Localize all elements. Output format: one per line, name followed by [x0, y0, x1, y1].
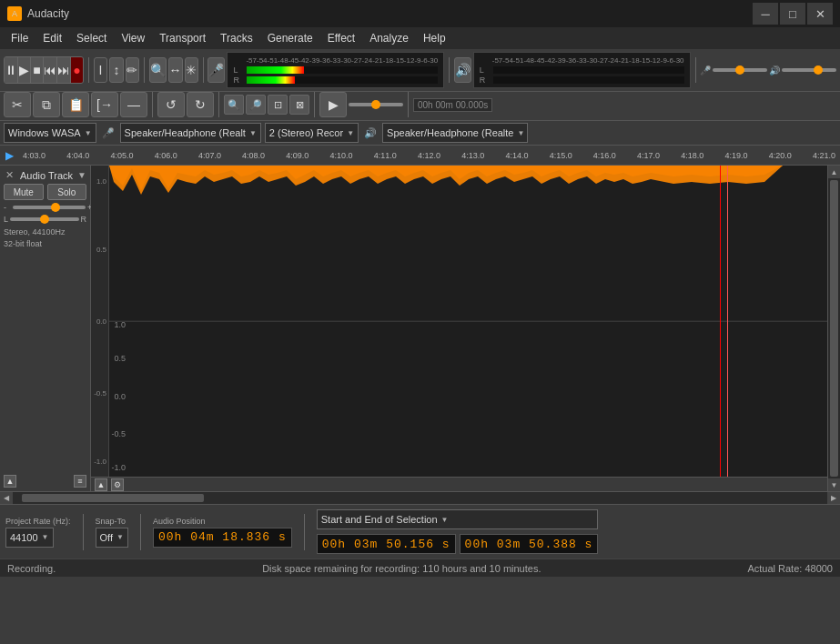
project-rate-select[interactable]: 44100 ▼ [5, 528, 54, 548]
redo-button[interactable]: ↻ [187, 92, 214, 117]
waveform-svg: 1.0 0.5 0.0 -0.5 -1.0 [109, 166, 827, 477]
mic-icon-device: 🎤 [100, 123, 116, 143]
menu-effect[interactable]: Effect [320, 27, 362, 49]
menu-tracks[interactable]: Tracks [213, 27, 260, 49]
pause-button[interactable]: ⏸ [5, 57, 18, 83]
cut-button[interactable]: ✂ [4, 92, 31, 117]
selection-end-display: 00h 03m 50.388 s [460, 534, 599, 554]
menu-help[interactable]: Help [416, 27, 453, 49]
track-menu-button[interactable]: ≡ [74, 475, 86, 488]
snap-to-value: Off [100, 532, 113, 543]
pan-right-label: R [81, 215, 87, 224]
channels-select[interactable]: 2 (Stereo) Recor ▼ [265, 123, 359, 143]
zoom-in-button[interactable]: 🔍 [224, 95, 244, 115]
selection-mode-select[interactable]: Start and End of Selection ▼ [317, 509, 599, 529]
host-dropdown-arrow: ▼ [85, 129, 92, 137]
bottom-sep-1 [83, 514, 84, 550]
play-region-value: 00h 00m 00.000s [418, 100, 488, 110]
copy-button[interactable]: ⧉ [33, 92, 60, 117]
solo-button[interactable]: Solo [47, 184, 87, 200]
play-button[interactable]: ▶ [18, 57, 31, 83]
pan-slider[interactable] [10, 217, 78, 221]
input-device-select[interactable]: Speaker/Headphone (Realt ▼ [120, 123, 261, 143]
scroll-left-button[interactable]: ◀ [0, 492, 13, 504]
trim-button[interactable]: [→ [91, 92, 118, 117]
menu-select[interactable]: Select [69, 27, 114, 49]
track-bottom-bar: ▲ ⚙ [91, 477, 827, 491]
menu-file[interactable]: File [4, 27, 35, 49]
mic-button[interactable]: 🎤 [207, 57, 225, 83]
zoom-out-button[interactable]: 🔎 [246, 95, 266, 115]
horizontal-scrollbar[interactable]: ◀ ▶ [0, 491, 840, 504]
zoom-selection-button[interactable]: ⊡ [268, 95, 288, 115]
vertical-scrollbar[interactable]: ▲ ▼ [827, 166, 840, 491]
close-button[interactable]: ✕ [807, 3, 833, 25]
skip-end-button[interactable]: ⏭ [57, 57, 71, 83]
track-dropdown-button[interactable]: ▼ [77, 170, 86, 180]
output-device-select[interactable]: Speaker/Headphone (Realte ▼ [382, 123, 528, 143]
svg-text:0.0: 0.0 [114, 392, 126, 401]
scroll-thumb-v[interactable] [830, 180, 838, 477]
output-gain-slider[interactable] [782, 68, 836, 72]
scroll-up-button[interactable]: ▲ [828, 166, 840, 178]
multi-tool-button[interactable]: ✳ [185, 57, 198, 83]
output-device-dropdown-arrow: ▼ [518, 129, 525, 137]
track-name: Audio Track [15, 170, 77, 181]
track-sample-rate: Stereo, 44100Hz [4, 226, 86, 238]
menu-edit[interactable]: Edit [35, 27, 69, 49]
y-label-0.5: 0.5 [96, 246, 106, 254]
titlebar: A Audacity ─ □ ✕ [0, 0, 840, 27]
undo-button[interactable]: ↺ [157, 92, 185, 117]
host-select[interactable]: Windows WASA ▼ [4, 123, 96, 143]
scroll-down-button[interactable]: ▼ [828, 478, 840, 491]
draw-tool-button[interactable]: ✏ [126, 57, 139, 83]
record-button[interactable]: ● [71, 57, 83, 83]
snap-to-select[interactable]: Off ▼ [96, 528, 128, 548]
minimize-button[interactable]: ─ [753, 3, 778, 25]
play-at-speed-button[interactable]: ▶ [319, 92, 347, 117]
menu-transport[interactable]: Transport [152, 27, 213, 49]
track-close-button[interactable]: ✕ [4, 169, 15, 181]
status-left: Recording. [7, 563, 56, 574]
bottom-sep-3 [304, 514, 305, 550]
scroll-right-button[interactable]: ▶ [827, 492, 840, 504]
toolbar-separator-6 [152, 92, 153, 117]
toolbar-separator-9 [408, 92, 409, 117]
select-tool-button[interactable]: I [94, 57, 107, 83]
skip-start-button[interactable]: ⏮ [44, 57, 57, 83]
menu-view[interactable]: View [114, 27, 152, 49]
bottom-sep-2 [140, 514, 141, 550]
waveform-y-axis: 1.0 0.5 0.0 -0.5 -1.0 [91, 166, 109, 477]
scroll-track-h [13, 492, 827, 504]
paste-button[interactable]: 📋 [62, 92, 89, 117]
menu-generate[interactable]: Generate [260, 27, 320, 49]
zoom-fit-button[interactable]: ⊠ [289, 95, 309, 115]
waveform-display[interactable]: 1.0 0.5 0.0 -0.5 -1.0 [109, 166, 827, 477]
channels-dropdown-arrow: ▼ [347, 129, 354, 137]
input-gain-slider[interactable] [713, 68, 767, 72]
audio-position-display: 00h 04m 18.836 s [153, 528, 292, 548]
envelope-tool-button[interactable]: ↕ [109, 57, 123, 83]
stop-button[interactable]: ■ [31, 57, 44, 83]
toolbar-separator-7 [218, 92, 219, 117]
track-settings-button[interactable]: ⚙ [111, 478, 124, 491]
maximize-button[interactable]: □ [780, 3, 805, 25]
transport-controls: ⏸ ▶ ■ ⏮ ⏭ ● [4, 56, 84, 84]
scroll-thumb-h[interactable] [22, 494, 204, 502]
svg-rect-5 [109, 166, 827, 321]
track-collapse-button[interactable]: ▲ [4, 475, 16, 488]
status-bar: Recording. Disk space remaining for reco… [0, 558, 840, 577]
speaker-button[interactable]: 🔊 [454, 57, 471, 83]
gain-slider[interactable] [13, 206, 86, 209]
track-expand-button[interactable]: ▲ [95, 478, 107, 491]
timeshift-tool-button[interactable]: ↔ [168, 57, 183, 83]
zoom-tool-button[interactable]: 🔍 [149, 57, 167, 83]
track-controls-panel: ✕ Audio Track ▼ Mute Solo - + L R Stereo… [0, 166, 91, 491]
silence-button[interactable]: — [120, 92, 147, 117]
menu-analyze[interactable]: Analyze [362, 27, 416, 49]
play-speed-slider[interactable] [349, 103, 403, 106]
mute-button[interactable]: Mute [4, 184, 44, 200]
bottom-toolbar: Project Rate (Hz): 44100 ▼ Snap-To Off ▼ [0, 504, 840, 558]
timeline-ruler: ▶ 4:03.0 4:04.0 4:05.0 4:06.0 4:07.0 4:0… [0, 146, 840, 166]
play-region-display: 00h 00m 00.000s [413, 98, 492, 112]
